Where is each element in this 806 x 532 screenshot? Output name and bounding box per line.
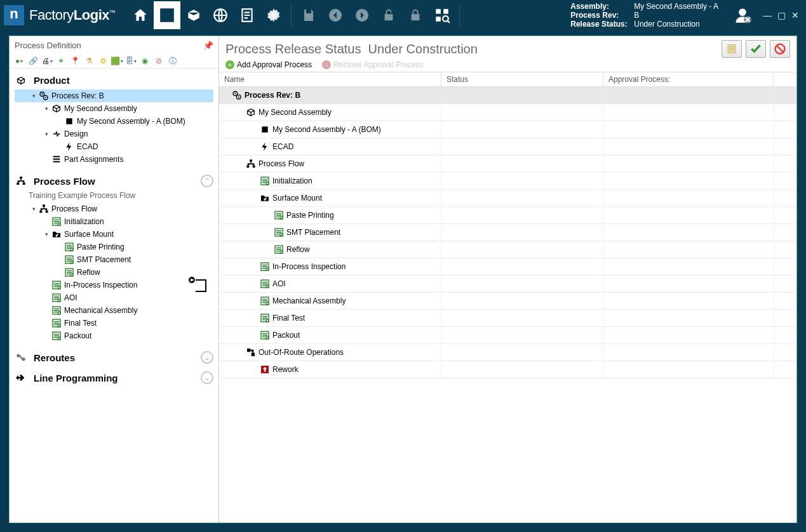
pin-icon[interactable]: 📌 [203, 41, 213, 50]
table-row[interactable]: Paste Printing [219, 207, 796, 224]
step2-icon [51, 280, 62, 290]
tree-node[interactable]: Packout [15, 329, 213, 342]
svg-rect-18 [23, 183, 25, 185]
window-maximize-button[interactable]: ▢ [776, 10, 787, 21]
step-icon [260, 279, 270, 289]
step-icon [274, 244, 284, 255]
db-icon[interactable]: 🗄▾ [125, 55, 137, 67]
step-icon [274, 227, 284, 237]
nav-back-button[interactable] [322, 1, 349, 29]
lock-button[interactable] [402, 1, 429, 29]
gears-icon [232, 90, 242, 100]
step-icon [64, 267, 74, 277]
step-icon [64, 242, 74, 252]
tree-node[interactable]: ▾Surface Mount [15, 228, 213, 241]
package-button[interactable] [180, 1, 207, 29]
home-button[interactable] [127, 1, 154, 29]
table-row[interactable]: Out-Of-Route Operations [219, 344, 796, 361]
pin2-icon[interactable]: 📍 [69, 55, 81, 67]
table-row[interactable]: SMT Placement [219, 224, 796, 241]
flask-icon[interactable]: ⚗ [83, 55, 95, 67]
row-label: Process Rev: B [245, 91, 300, 100]
oor-icon [246, 347, 256, 357]
expand-arrow-icon[interactable]: ▾ [30, 206, 37, 212]
expand-down-icon[interactable]: ⌄ [201, 371, 213, 384]
table-row[interactable]: Process Flow [219, 156, 796, 173]
tree-node[interactable]: ▾Process Rev: B [15, 90, 213, 102]
nav-forward-button[interactable] [349, 1, 375, 29]
tree-node[interactable]: ▾Design [15, 128, 213, 140]
find-assembly-button[interactable] [429, 1, 455, 29]
ok-circle-icon[interactable]: ◉ [139, 55, 151, 67]
svg-rect-70 [252, 353, 255, 356]
panel-toolbar: ●▾ 🔗 🖨▾ ✶ 📍 ⚗ ⚙ 🟩▾ 🗄▾ ◉ ⊘ ⓘ [10, 54, 218, 69]
cancel-circle-icon[interactable]: ⊘ [153, 55, 165, 67]
info-circle-icon[interactable]: ⓘ [167, 55, 178, 67]
unlock-button[interactable] [375, 1, 402, 29]
tree-node[interactable]: Final Test [15, 317, 213, 329]
tree-node-label: Process Rev: B [51, 91, 104, 100]
notes-button[interactable] [722, 40, 742, 58]
table-row[interactable]: AOI [219, 276, 796, 293]
gear-yellow-icon[interactable]: ⚙ [97, 55, 109, 67]
tree-node[interactable]: Paste Printing [15, 241, 213, 253]
tree-node[interactable]: SMT Placement [15, 253, 213, 266]
approve-button[interactable] [746, 40, 766, 58]
window-minimize-button[interactable]: — [762, 10, 773, 21]
link-icon[interactable]: 🔗 [27, 55, 39, 67]
step-icon [64, 255, 74, 265]
grid-edit-button[interactable] [154, 1, 180, 29]
save-button[interactable] [295, 1, 322, 29]
expand-arrow-icon[interactable]: ▾ [43, 131, 50, 137]
table-row[interactable]: My Second Assembly [219, 104, 796, 121]
user-icon[interactable] [734, 6, 751, 24]
tree-node[interactable]: AOI [15, 291, 213, 304]
table-row[interactable]: Packout [219, 327, 796, 344]
collapse-up-icon[interactable]: ⌃ [201, 175, 213, 187]
globe-button[interactable] [207, 1, 234, 29]
table-row[interactable]: My Second Assembly - A (BOM) [219, 121, 796, 138]
line-programming-section-header[interactable]: Line Programming ⌄ [10, 368, 218, 388]
table-row[interactable]: Final Test [219, 310, 796, 327]
cube-icon [246, 107, 256, 117]
process-flow-section-header[interactable]: Process Flow ⌃ [10, 171, 218, 191]
tree-node[interactable]: Reflow [15, 266, 213, 279]
print-icon[interactable]: 🖨▾ [41, 55, 53, 67]
expand-arrow-icon[interactable]: ▾ [30, 93, 37, 99]
table-row[interactable]: Initialization [219, 173, 796, 190]
add-icon[interactable]: ●▾ [13, 55, 25, 67]
expand-arrow-icon[interactable]: ▾ [43, 231, 50, 237]
window-close-button[interactable]: ✕ [789, 10, 801, 21]
reject-button[interactable] [770, 40, 790, 58]
table-row[interactable]: Process Rev: B [219, 87, 796, 104]
settings-button[interactable] [260, 1, 287, 29]
product-section-header[interactable]: Product [15, 72, 213, 88]
add-approval-process-button[interactable]: + Add Approval Process [225, 60, 312, 69]
tree-node[interactable]: ▾Process Flow [15, 203, 213, 215]
reroutes-section-header[interactable]: Reroutes ⌄ [10, 347, 218, 368]
table-row[interactable]: In-Process Inspection [219, 258, 796, 276]
tree-node[interactable]: In-Process Inspection [15, 279, 213, 291]
expand-arrow-icon[interactable]: ▾ [43, 105, 50, 112]
bug-icon[interactable]: ✶ [55, 55, 67, 67]
tree-node[interactable]: Mechanical Assembly [15, 304, 213, 317]
table-row[interactable]: Mechanical Assembly [219, 293, 796, 310]
cube-icon [16, 76, 26, 86]
row-label: Out-Of-Route Operations [259, 348, 344, 357]
col-approval-process[interactable]: Approval Process: [603, 72, 774, 86]
step2-icon [51, 305, 62, 316]
flag-icon[interactable]: 🟩▾ [111, 55, 123, 67]
table-row[interactable]: ECAD [219, 138, 796, 156]
tree-node[interactable]: ECAD [15, 140, 213, 153]
expand-down-icon[interactable]: ⌄ [201, 351, 213, 364]
table-row[interactable]: Surface Mount [219, 190, 796, 207]
table-row[interactable]: Reflow [219, 241, 796, 258]
document-button[interactable] [234, 1, 260, 29]
tree-node[interactable]: ▾My Second Assembly [15, 102, 213, 115]
tree-node[interactable]: My Second Assembly - A (BOM) [15, 115, 213, 128]
col-name[interactable]: Name [219, 72, 441, 86]
tree-node[interactable]: Part Assignments [15, 153, 213, 166]
col-status[interactable]: Status [441, 72, 603, 86]
table-row[interactable]: Rework [219, 361, 796, 378]
tree-node[interactable]: Initialization [15, 215, 213, 228]
